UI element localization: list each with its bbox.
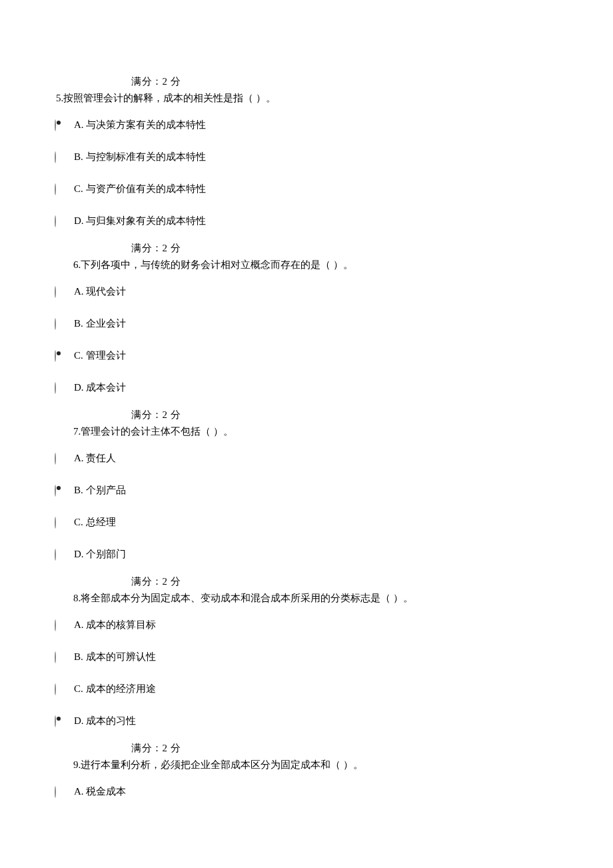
option-row[interactable]: D. 成本的习性 [0, 709, 613, 728]
radio-button[interactable] [55, 548, 63, 557]
option-text: C. 与资产价值有关的成本特性 [63, 177, 206, 196]
option-row[interactable]: D. 与归集对象有关的成本特性 [0, 209, 613, 228]
option-text: D. 成本的习性 [63, 709, 136, 728]
radio-button[interactable] [55, 452, 63, 461]
radio-button[interactable] [55, 516, 63, 525]
option-text: D. 与归集对象有关的成本特性 [63, 209, 206, 228]
score-line: 满分：2 分 [0, 75, 613, 89]
option-text: D. 个别部门 [63, 543, 126, 561]
option-text: A. 成本的核算目标 [63, 613, 156, 632]
radio-button[interactable] [55, 381, 63, 390]
radio-button[interactable] [55, 683, 63, 691]
option-row[interactable]: A. 现代会计 [0, 280, 613, 299]
option-row[interactable]: B. 个别产品 [0, 479, 613, 497]
option-row[interactable]: C. 总经理 [0, 511, 613, 529]
question-number: 8. [73, 591, 81, 605]
score-line: 满分：2 分 [0, 408, 613, 422]
option-text: B. 个别产品 [63, 479, 126, 497]
question-line: 7. 管理会计的会计主体不包括（ ）。 [0, 425, 613, 439]
option-row[interactable]: C. 与资产价值有关的成本特性 [0, 177, 613, 196]
score-line: 满分：2 分 [0, 241, 613, 255]
question-number: 9. [73, 758, 81, 772]
radio-button[interactable] [55, 119, 63, 127]
radio-button[interactable] [55, 484, 63, 493]
question-text: 管理会计的会计主体不包括（ ）。 [81, 426, 233, 437]
radio-button[interactable] [55, 715, 63, 723]
option-row[interactable]: D. 个别部门 [0, 543, 613, 561]
question-number: 6. [73, 258, 81, 272]
question-text: 将全部成本分为固定成本、变动成本和混合成本所采用的分类标志是（ ）。 [81, 593, 413, 603]
radio-button[interactable] [55, 651, 63, 659]
question-text: 进行本量利分析，必须把企业全部成本区分为固定成本和（ ）。 [81, 759, 363, 770]
option-text: B. 企业会计 [63, 312, 126, 331]
question-number: 7. [73, 425, 81, 439]
radio-button[interactable] [55, 215, 63, 223]
radio-button[interactable] [55, 785, 63, 794]
radio-button[interactable] [55, 317, 63, 326]
score-line: 满分：2 分 [0, 741, 613, 755]
option-row[interactable]: B. 与控制标准有关的成本特性 [0, 145, 613, 164]
option-text: C. 总经理 [63, 511, 116, 529]
question-text: 下列各项中，与传统的财务会计相对立概念而存在的是（ ）。 [81, 259, 353, 270]
option-row[interactable]: A. 成本的核算目标 [0, 613, 613, 632]
option-row[interactable]: A. 与决策方案有关的成本特性 [0, 113, 613, 132]
question-line: 9. 进行本量利分析，必须把企业全部成本区分为固定成本和（ ）。 [0, 758, 613, 772]
option-text: B. 与控制标准有关的成本特性 [63, 145, 206, 164]
option-row[interactable]: A. 税金成本 [0, 780, 613, 799]
option-text: A. 税金成本 [63, 780, 126, 799]
radio-button[interactable] [55, 151, 63, 159]
option-row[interactable]: B. 企业会计 [0, 312, 613, 331]
radio-button[interactable] [55, 619, 63, 627]
option-text: A. 与决策方案有关的成本特性 [63, 113, 206, 132]
radio-button[interactable] [55, 349, 63, 358]
score-line: 满分：2 分 [0, 575, 613, 589]
option-text: A. 现代会计 [63, 280, 126, 299]
question-line: 6. 下列各项中，与传统的财务会计相对立概念而存在的是（ ）。 [0, 258, 613, 272]
radio-button[interactable] [55, 285, 63, 294]
question-line: 5. 按照管理会计的解释，成本的相关性是指（ ）。 [0, 91, 613, 105]
option-text: B. 成本的可辨认性 [63, 645, 156, 664]
option-text: C. 成本的经济用途 [63, 677, 156, 696]
option-text: D. 成本会计 [63, 376, 126, 395]
option-row[interactable]: C. 成本的经济用途 [0, 677, 613, 696]
question-text: 按照管理会计的解释，成本的相关性是指（ ）。 [63, 93, 276, 103]
question-line: 8. 将全部成本分为固定成本、变动成本和混合成本所采用的分类标志是（ ）。 [0, 591, 613, 605]
option-row[interactable]: A. 责任人 [0, 447, 613, 465]
option-row[interactable]: B. 成本的可辨认性 [0, 645, 613, 664]
option-text: C. 管理会计 [63, 344, 126, 363]
question-number: 5. [56, 91, 63, 105]
option-text: A. 责任人 [63, 447, 116, 465]
option-row[interactable]: D. 成本会计 [0, 376, 613, 395]
option-row[interactable]: C. 管理会计 [0, 344, 613, 363]
radio-button[interactable] [55, 183, 63, 191]
